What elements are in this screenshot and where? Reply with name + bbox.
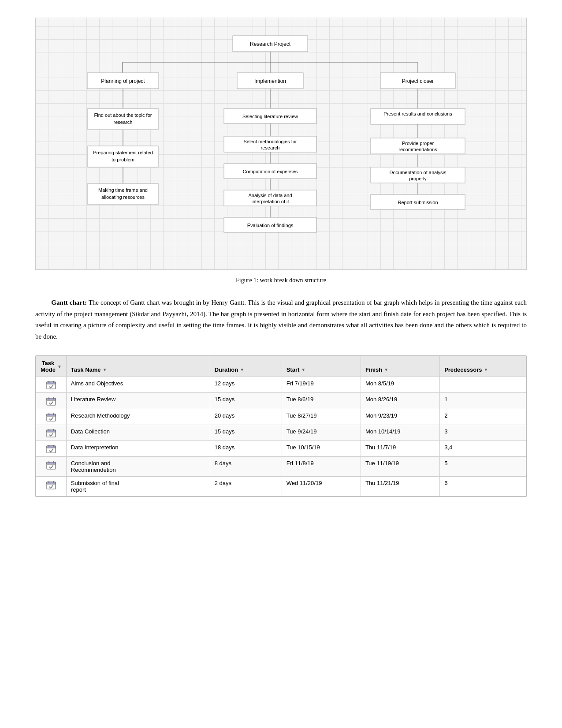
- duration-cell: 18 days: [210, 441, 282, 457]
- finish-cell: Tue 11/19/19: [361, 457, 439, 477]
- wbs-root-label: Research Project: [249, 41, 290, 47]
- task-mode-cell: [36, 425, 67, 441]
- table-row: Data Interpretetion18 daysTue 10/15/19Th…: [36, 441, 526, 457]
- col-header-task-mode[interactable]: TaskMode ▼: [36, 356, 67, 377]
- wbs-planning-child1-line2: research: [113, 119, 132, 125]
- wbs-impl-child4-line1: Analysis of data and: [248, 193, 292, 198]
- task-mode-label: TaskMode: [41, 360, 56, 373]
- duration-cell: 2 days: [210, 477, 282, 497]
- task-mode-icon: [46, 480, 56, 489]
- duration-cell: 20 days: [210, 409, 282, 425]
- task-mode-icon: [46, 412, 56, 421]
- start-dropdown-icon[interactable]: ▼: [301, 367, 305, 372]
- start-cell: Fri 7/19/19: [282, 377, 361, 393]
- task-mode-icon: [46, 428, 56, 437]
- task-mode-cell: [36, 409, 67, 425]
- gantt-table-wrapper: TaskMode ▼ Task Name ▼ Duration ▼: [35, 355, 527, 497]
- col-header-predecessors[interactable]: Predecessors ▼: [440, 356, 526, 377]
- task-mode-icon: [46, 380, 56, 389]
- wbs-closer-child3-line2: properly: [409, 176, 427, 181]
- predecessors-cell: 3,4: [440, 441, 526, 457]
- predecessors-label: Predecessors: [444, 366, 482, 373]
- predecessors-cell: 1: [440, 393, 526, 409]
- wbs-l1-closer: Project closer: [402, 78, 434, 84]
- duration-label: Duration: [215, 366, 238, 373]
- task-name-cell: Conclusion and Recommendetion: [66, 457, 210, 477]
- duration-dropdown-icon[interactable]: ▼: [240, 367, 244, 372]
- wbs-impl-child1: Selecting literature review: [242, 114, 298, 119]
- predecessors-dropdown-icon[interactable]: ▼: [484, 367, 488, 372]
- svg-rect-54: [47, 446, 56, 448]
- start-cell: Tue 10/15/19: [282, 441, 361, 457]
- svg-rect-62: [47, 482, 56, 484]
- task-name-dropdown-icon[interactable]: ▼: [103, 367, 107, 372]
- table-row: Submission of final report2 daysWed 11/2…: [36, 477, 526, 497]
- predecessors-cell: [440, 377, 526, 393]
- predecessors-cell: 3: [440, 425, 526, 441]
- wbs-closer-child4: Report submission: [398, 200, 438, 205]
- wbs-closer-child3-line1: Documentation of analysis: [389, 170, 447, 175]
- wbs-closer-child1-line1: Present results and conclusions: [383, 111, 452, 116]
- gantt-table: TaskMode ▼ Task Name ▼ Duration ▼: [36, 356, 526, 497]
- start-cell: Fri 11/8/19: [282, 457, 361, 477]
- task-mode-dropdown-icon[interactable]: ▼: [57, 364, 62, 369]
- body-text-content: The concept of Gantt chart was brought i…: [35, 299, 527, 340]
- task-name-cell: Data Collection: [66, 425, 210, 441]
- task-mode-icon: [46, 444, 56, 453]
- wbs-closer-child2-line2: recommendations: [398, 147, 437, 152]
- col-header-start[interactable]: Start ▼: [282, 356, 361, 377]
- start-label: Start: [287, 366, 300, 373]
- wbs-l1-planning: Planning of project: [101, 78, 145, 84]
- task-name-cell: Research Methodology: [66, 409, 210, 425]
- start-cell: Tue 8/27/19: [282, 409, 361, 425]
- table-row: Literature Review15 daysTue 8/6/19Mon 8/…: [36, 393, 526, 409]
- svg-rect-50: [47, 430, 56, 432]
- duration-cell: 12 days: [210, 377, 282, 393]
- wbs-planning-child1-line1: Find out about the topic for: [94, 112, 152, 118]
- col-header-duration[interactable]: Duration ▼: [210, 356, 282, 377]
- wbs-diagram: Research Project Planning of project Fin…: [35, 18, 527, 270]
- finish-dropdown-icon[interactable]: ▼: [384, 367, 388, 372]
- finish-cell: Mon 8/26/19: [361, 393, 439, 409]
- svg-rect-12: [88, 183, 158, 205]
- task-mode-cell: [36, 477, 67, 497]
- task-mode-icon: [46, 460, 56, 469]
- wbs-impl-child3: Computation of expenses: [242, 169, 298, 174]
- col-header-finish[interactable]: Finish ▼: [361, 356, 439, 377]
- table-row: Data Collection15 daysTue 9/24/19Mon 10/…: [36, 425, 526, 441]
- task-mode-cell: [36, 441, 67, 457]
- finish-cell: Mon 10/14/19: [361, 425, 439, 441]
- svg-rect-8: [88, 108, 158, 130]
- wbs-impl-child2-line1: Select methodologies for: [243, 139, 297, 144]
- table-row: Conclusion and Recommendetion8 daysFri 1…: [36, 457, 526, 477]
- start-cell: Tue 8/6/19: [282, 393, 361, 409]
- start-cell: Wed 11/20/19: [282, 477, 361, 497]
- wbs-planning-child3-line2: allocating resources: [101, 194, 145, 200]
- predecessors-cell: 2: [440, 409, 526, 425]
- svg-rect-38: [47, 382, 56, 384]
- col-header-task-name[interactable]: Task Name ▼: [66, 356, 210, 377]
- finish-label: Finish: [365, 366, 382, 373]
- finish-cell: Thu 11/7/19: [361, 441, 439, 457]
- wbs-planning-child2-line1: Preparing statement related: [93, 150, 153, 155]
- finish-cell: Mon 9/23/19: [361, 409, 439, 425]
- svg-rect-46: [47, 414, 56, 416]
- gantt-chart-label: Gantt chart:: [51, 299, 87, 306]
- start-cell: Tue 9/24/19: [282, 425, 361, 441]
- task-name-cell: Submission of final report: [66, 477, 210, 497]
- wbs-planning-child3-line1: Making time frame and: [98, 187, 148, 193]
- wbs-impl-child2-line2: research: [261, 145, 279, 150]
- table-row: Aims and Objectives12 daysFri 7/19/19Mon…: [36, 377, 526, 393]
- task-name-cell: Aims and Objectives: [66, 377, 210, 393]
- task-mode-cell: [36, 393, 67, 409]
- svg-rect-58: [47, 462, 56, 464]
- svg-rect-42: [47, 398, 56, 400]
- predecessors-cell: 5: [440, 457, 526, 477]
- predecessors-cell: 6: [440, 477, 526, 497]
- figure-caption: Figure 1: work break down structure: [35, 277, 527, 284]
- wbs-planning-child2-line2: to problem: [112, 157, 134, 162]
- task-name-label: Task Name: [71, 366, 101, 373]
- task-mode-icon: [46, 396, 56, 405]
- svg-rect-10: [88, 146, 158, 167]
- body-paragraph: Gantt chart: The concept of Gantt chart …: [35, 297, 527, 342]
